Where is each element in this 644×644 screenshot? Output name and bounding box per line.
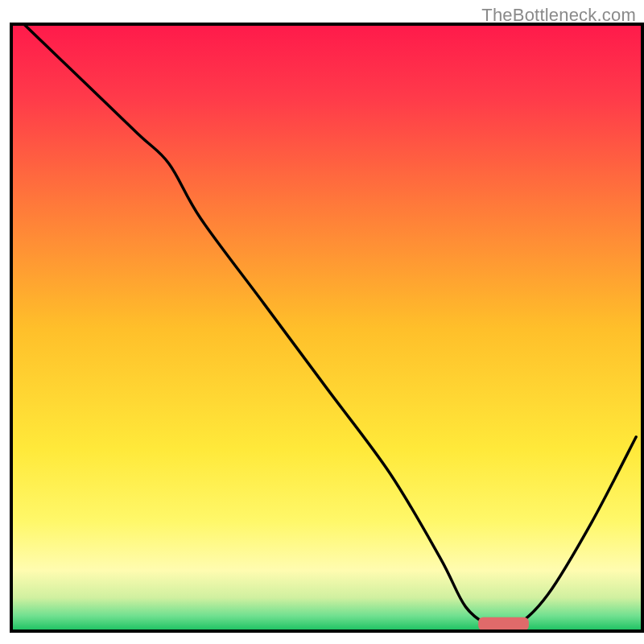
gradient-background — [11, 24, 642, 631]
bottleneck-chart — [0, 0, 644, 644]
plot-area — [11, 24, 642, 631]
watermark-label: TheBottleneck.com — [481, 5, 636, 26]
chart-container: TheBottleneck.com — [0, 0, 644, 644]
optimum-marker — [478, 617, 529, 631]
